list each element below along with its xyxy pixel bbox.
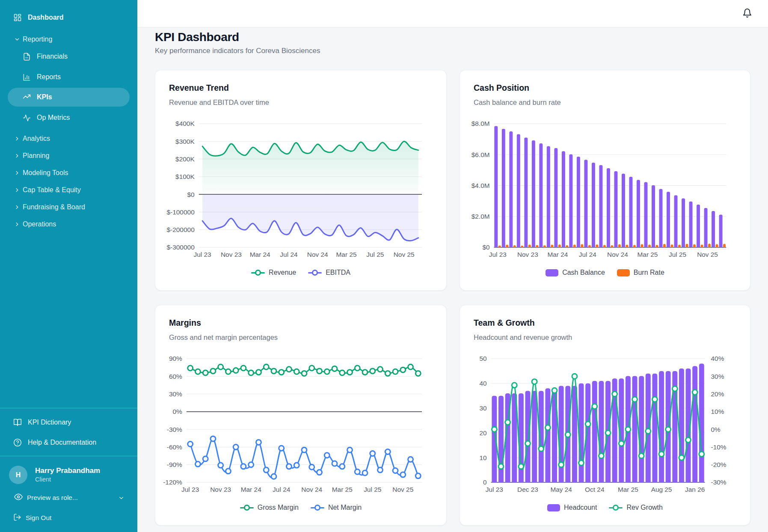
sidebar-divider bbox=[0, 408, 137, 408]
bar-chart-icon bbox=[23, 73, 31, 81]
card-title: Margins bbox=[169, 317, 433, 328]
svg-text:Mar 25: Mar 25 bbox=[638, 251, 658, 258]
sidebar-item-label: Op Metrics bbox=[37, 114, 70, 122]
chevron-right-icon bbox=[14, 153, 20, 159]
sidebar-group-reporting[interactable]: Reporting bbox=[0, 31, 137, 48]
legend-item: Burn Rate bbox=[617, 269, 664, 276]
team-growth-chart: 5040302010040%30%20%10%0%-10%-20%-30%Jul… bbox=[460, 348, 750, 502]
chevron-down-icon bbox=[14, 36, 20, 42]
svg-text:0%: 0% bbox=[711, 426, 721, 433]
svg-text:-30%: -30% bbox=[711, 479, 726, 486]
svg-text:Mar 24: Mar 24 bbox=[241, 486, 261, 493]
activity-icon bbox=[23, 114, 31, 122]
svg-text:Jul 25: Jul 25 bbox=[364, 486, 381, 493]
sidebar-group-cap-table[interactable]: Cap Table & Equity bbox=[0, 181, 137, 199]
svg-text:Oct 24: Oct 24 bbox=[585, 486, 605, 493]
legend-item: Headcount bbox=[547, 504, 597, 511]
legend-item: Net Margin bbox=[311, 504, 362, 511]
sidebar-item-financials[interactable]: Financials bbox=[0, 48, 137, 65]
sidebar-group-analytics[interactable]: Analytics bbox=[0, 130, 137, 147]
svg-text:May 24: May 24 bbox=[550, 486, 572, 493]
svg-text:Jul 23: Jul 23 bbox=[194, 251, 211, 258]
user-info: Harry Prabandham Client bbox=[35, 466, 100, 483]
svg-text:Jul 23: Jul 23 bbox=[486, 486, 503, 493]
legend-label: Rev Growth bbox=[626, 504, 662, 511]
team-growth-legend: HeadcountRev Growth bbox=[460, 504, 750, 511]
sidebar-item-kpis-active[interactable]: KPIs bbox=[8, 88, 130, 107]
preview-as-role-dropdown[interactable]: Preview as role... bbox=[0, 489, 137, 506]
sidebar-item-label: Financials bbox=[37, 53, 68, 60]
logout-icon bbox=[13, 513, 21, 523]
svg-text:Mar 24: Mar 24 bbox=[547, 251, 568, 258]
card-revenue-trend: Revenue Trend Revenue and EBITDA over ti… bbox=[155, 70, 447, 291]
sidebar-item-help[interactable]: Help & Documentation bbox=[0, 434, 137, 451]
svg-text:10: 10 bbox=[480, 454, 487, 461]
svg-text:-90%: -90% bbox=[167, 461, 182, 468]
legend-label: EBITDA bbox=[326, 269, 350, 276]
svg-text:Jul 24: Jul 24 bbox=[273, 486, 291, 493]
sidebar-item-label: Help & Documentation bbox=[28, 439, 96, 446]
svg-text:Mar 24: Mar 24 bbox=[250, 251, 270, 258]
sign-out-label: Sign Out bbox=[26, 514, 51, 522]
svg-text:-10%: -10% bbox=[711, 443, 726, 451]
legend-line-marker-icon bbox=[251, 272, 265, 273]
sidebar-divider bbox=[0, 456, 137, 456]
card-title: Team & Growth bbox=[474, 317, 736, 328]
svg-text:Nov 24: Nov 24 bbox=[607, 251, 628, 258]
cash-position-legend: Cash BalanceBurn Rate bbox=[460, 269, 750, 276]
sidebar-group-planning[interactable]: Planning bbox=[0, 147, 137, 164]
revenue-trend-chart: $400K$300K$200K$100K$0$-100000$-200000$-… bbox=[155, 113, 446, 267]
sidebar-group-label: Modeling Tools bbox=[23, 169, 68, 177]
legend-item: Cash Balance bbox=[546, 269, 605, 276]
svg-text:Jul 24: Jul 24 bbox=[280, 251, 298, 258]
sidebar-item-label: KPI Dictionary bbox=[28, 419, 71, 426]
legend-label: Revenue bbox=[269, 269, 296, 276]
sidebar-item-dashboard[interactable]: Dashboard bbox=[0, 9, 137, 26]
svg-text:-120%: -120% bbox=[163, 479, 182, 486]
svg-text:30%: 30% bbox=[711, 373, 724, 380]
svg-text:50: 50 bbox=[480, 355, 487, 362]
sidebar-item-reports[interactable]: Reports bbox=[0, 68, 137, 86]
svg-text:40%: 40% bbox=[711, 355, 724, 362]
sidebar: Dashboard Reporting Financials Reports K bbox=[0, 0, 137, 532]
card-cash-position: Cash Position Cash balance and burn rate… bbox=[460, 70, 750, 291]
page-subtitle: Key performance indicators for Coreva Bi… bbox=[155, 47, 750, 55]
svg-text:Nov 24: Nov 24 bbox=[307, 251, 328, 258]
notifications-button[interactable] bbox=[741, 7, 753, 20]
svg-text:$100K: $100K bbox=[175, 173, 195, 180]
svg-text:-60%: -60% bbox=[167, 443, 182, 451]
sidebar-item-label: Reports bbox=[37, 73, 61, 81]
preview-as-role-label: Preview as role... bbox=[27, 494, 78, 502]
card-subtitle: Gross and net margin percentages bbox=[169, 333, 433, 342]
svg-text:Jul 25: Jul 25 bbox=[366, 251, 384, 258]
sign-out-button[interactable]: Sign Out bbox=[0, 509, 137, 526]
sidebar-item-op-metrics[interactable]: Op Metrics bbox=[0, 109, 137, 126]
card-subtitle: Cash balance and burn rate bbox=[474, 98, 736, 107]
svg-text:$4.0M: $4.0M bbox=[471, 182, 490, 189]
sidebar-group-operations[interactable]: Operations bbox=[0, 216, 137, 233]
legend-line-marker-icon bbox=[240, 507, 254, 508]
chevron-down-icon bbox=[118, 495, 125, 501]
svg-text:$0: $0 bbox=[187, 191, 195, 198]
svg-text:$400K: $400K bbox=[175, 120, 195, 127]
svg-text:Nov 24: Nov 24 bbox=[301, 486, 322, 493]
legend-item: Rev Growth bbox=[609, 504, 662, 511]
avatar: H bbox=[9, 466, 27, 484]
main-area: KPI Dashboard Key performance indicators… bbox=[137, 0, 768, 532]
sidebar-group-modeling-tools[interactable]: Modeling Tools bbox=[0, 164, 137, 181]
svg-text:-30%: -30% bbox=[167, 426, 182, 433]
svg-text:60%: 60% bbox=[169, 373, 182, 380]
sidebar-item-kpi-dictionary[interactable]: KPI Dictionary bbox=[0, 414, 137, 431]
user-profile[interactable]: H Harry Prabandham Client bbox=[9, 466, 133, 484]
sidebar-nav: Dashboard Reporting Financials Reports K bbox=[0, 0, 137, 233]
svg-text:Dec 23: Dec 23 bbox=[517, 486, 538, 493]
kpi-dashboard-page: { "header": { "title": "KPI Dashboard", … bbox=[0, 0, 768, 532]
trending-up-icon bbox=[23, 92, 31, 102]
sidebar-group-fundraising[interactable]: Fundraising & Board bbox=[0, 199, 137, 216]
sidebar-group-label: Planning bbox=[23, 152, 49, 160]
svg-text:10%: 10% bbox=[711, 408, 724, 415]
legend-label: Headcount bbox=[564, 504, 597, 511]
sidebar-group-label: Cap Table & Equity bbox=[23, 186, 81, 194]
svg-text:0: 0 bbox=[483, 479, 487, 486]
svg-text:Nov 25: Nov 25 bbox=[697, 251, 718, 258]
